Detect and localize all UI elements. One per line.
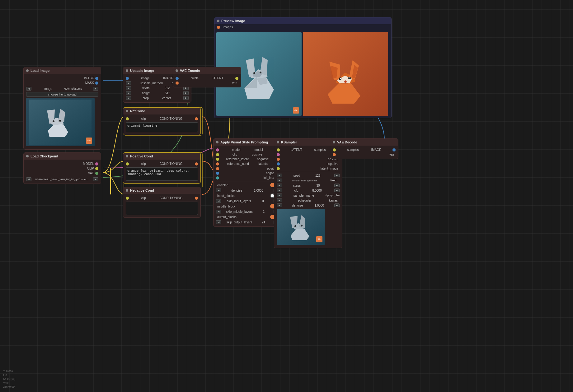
ks-cag-prev[interactable]: ◄: [277, 179, 282, 182]
ckpt-next-btn[interactable]: ►: [93, 177, 98, 181]
ks-steps-next[interactable]: ►: [334, 184, 340, 187]
vsp-ref-cond-in[interactable]: [216, 162, 219, 166]
ckpt-vae-port[interactable]: [95, 172, 98, 175]
ckpt-vae-label: VAE: [88, 171, 94, 175]
height-next[interactable]: ►: [183, 91, 189, 95]
load-image-header: Load Image: [24, 67, 101, 74]
ref-clip-in[interactable]: [126, 117, 129, 120]
pos-conditioning-out[interactable]: [195, 162, 198, 166]
ckpt-clip-port[interactable]: [95, 167, 98, 170]
ks-latent-in[interactable]: [277, 148, 280, 152]
neg-conditioning-out[interactable]: [195, 197, 198, 200]
preview-images-port[interactable]: [217, 26, 220, 29]
pencil-icon-load[interactable]: ✏: [86, 138, 92, 144]
apply-vsp-title: Apply Visual Style Prompting: [220, 140, 268, 144]
ks-positive-in[interactable]: [277, 158, 280, 161]
preview-dot: [217, 20, 219, 22]
vae-decode-dot: [333, 141, 335, 143]
svg-point-33: [59, 120, 61, 122]
ckpt-model-port[interactable]: [95, 162, 98, 166]
vsp-negative-out-label: negative: [257, 157, 269, 161]
ks-cfg-next[interactable]: ►: [334, 189, 340, 192]
vsp-clip-in[interactable]: [216, 153, 219, 156]
svg-point-39: [294, 225, 296, 227]
ref-conditioning-out-label: CONDITIONING: [159, 117, 182, 120]
positive-cond-dot: [126, 155, 128, 157]
crop-value: center: [161, 96, 173, 100]
ks-model-in[interactable]: [277, 153, 280, 156]
ks-cfg-label: cfg: [294, 189, 298, 192]
ks-seed-label: seed: [294, 174, 300, 177]
ref-cond-text[interactable]: [126, 122, 198, 132]
height-prev[interactable]: ◄: [126, 91, 131, 95]
load-checkpoint-header: Load Checkpoint: [24, 153, 101, 160]
vd-vae-in[interactable]: [333, 153, 336, 156]
vae-vae-in[interactable]: [176, 82, 179, 85]
vae-pixels-in[interactable]: [176, 77, 179, 80]
vsp-positive-in[interactable]: [216, 167, 219, 170]
svg-point-21: [340, 78, 341, 79]
ref-cond-title: Ref Cond: [130, 109, 145, 113]
vsp-denoise-prev[interactable]: ◄: [216, 189, 221, 192]
vsp-output-blocks-label: output_blocks: [217, 215, 237, 219]
vd-samples-label: samples: [347, 148, 359, 152]
ks-scheduler-prev[interactable]: ◄: [277, 198, 282, 202]
choose-file-button[interactable]: choose file to upload: [26, 92, 98, 97]
crop-prev[interactable]: ◄: [126, 96, 131, 100]
ref-conditioning-out[interactable]: [195, 117, 198, 120]
image-prev-btn[interactable]: ◄: [26, 87, 31, 91]
vsp-skip-output-prev[interactable]: ◄: [216, 220, 221, 224]
pos-cond-text[interactable]: [126, 167, 198, 181]
neg-cond-text[interactable]: [126, 202, 198, 215]
vd-image-out[interactable]: [392, 148, 396, 152]
vsp-input-blocks-label: input_blocks: [217, 194, 235, 198]
negative-cond-dot: [126, 189, 128, 192]
vsp-enabled-label: enabled: [217, 184, 228, 187]
ks-latent-image-in[interactable]: [277, 167, 280, 170]
width-prev[interactable]: ◄: [126, 86, 131, 90]
ckpt-prev-btn[interactable]: ◄: [26, 177, 31, 181]
ks-sampler-prev[interactable]: ◄: [277, 194, 282, 197]
ks-denoise-prev[interactable]: ◄: [277, 203, 282, 207]
pencil-icon-left[interactable]: ✏: [293, 107, 299, 114]
load-image-title: Load Image: [31, 69, 49, 72]
vsp-skip-middle-prev[interactable]: ◄: [216, 210, 221, 213]
ks-negative-in[interactable]: [277, 162, 280, 166]
ckpt-value: LifelikeNastro_Vision_V6.0_NV_B1_fp16.sa…: [35, 178, 90, 181]
ks-steps-label: steps: [293, 184, 301, 187]
upscale-image-in-label: image: [141, 77, 150, 80]
status-line2: I: 0: [3, 373, 15, 377]
vsp-model-in[interactable]: [216, 148, 219, 152]
ksampler-title: KSampler: [281, 140, 297, 144]
ks-latent-in-label: LATENT: [290, 148, 302, 152]
upscale-image-in[interactable]: [126, 77, 129, 80]
ks-sep1: [277, 172, 340, 172]
mask-out-port[interactable]: [95, 82, 98, 85]
vsp-middle-block-label: middle_block: [217, 205, 235, 208]
vsp-ref-latent-in[interactable]: [216, 158, 219, 161]
ks-seed-prev[interactable]: ◄: [277, 174, 282, 177]
vsp-separator: [216, 181, 279, 181]
vae-latent-out[interactable]: [235, 77, 238, 80]
vd-samples-in[interactable]: [333, 148, 336, 152]
vsp-negative-in[interactable]: [216, 172, 219, 175]
image-next-btn[interactable]: ►: [93, 87, 98, 91]
neg-clip-in[interactable]: [126, 197, 129, 200]
ks-samples-out-label: samples: [314, 148, 326, 152]
positive-cond-header: Positive Cond: [123, 153, 200, 160]
crop-next[interactable]: ►: [183, 96, 189, 100]
vsp-skip-input-prev[interactable]: ◄: [216, 199, 221, 203]
ks-denoise-next[interactable]: ►: [334, 203, 340, 207]
vsp-denoise-label: denoise: [231, 189, 242, 192]
pencil-icon-ks[interactable]: ✏: [316, 236, 322, 242]
method-prev[interactable]: ◄: [126, 81, 131, 85]
pos-clip-in[interactable]: [126, 162, 129, 166]
ks-seed-next[interactable]: ►: [334, 174, 340, 177]
ks-steps-prev[interactable]: ◄: [277, 184, 282, 187]
ks-latent-image-label: latent_image: [321, 167, 338, 170]
apply-vsp-dot: [216, 141, 218, 143]
vsp-init-image-in[interactable]: [216, 176, 219, 180]
ks-sampler-value: dpmpp_2m: [326, 194, 340, 197]
image-out-port[interactable]: [95, 77, 98, 80]
ks-cfg-prev[interactable]: ◄: [277, 189, 282, 192]
